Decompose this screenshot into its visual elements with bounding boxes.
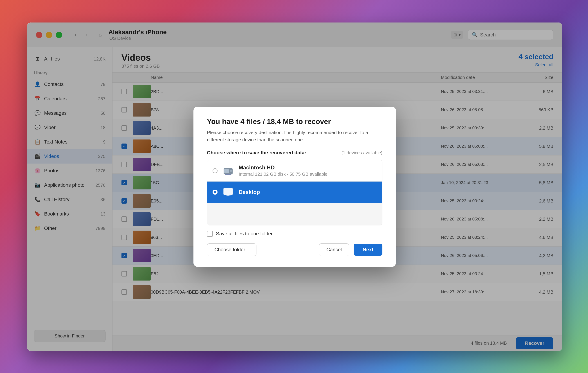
hdd-icon [222,165,234,177]
destination-macintosh-hd[interactable]: Macintosh HD Internal 121,02 GB disk · 5… [207,160,382,181]
section-label: Choose where to save the recovered data: [207,150,306,156]
save-one-folder-checkbox[interactable] [207,231,213,237]
macintosh-hd-info: Macintosh HD Internal 121,02 GB disk · 5… [239,164,377,177]
macintosh-hd-name: Macintosh HD [239,164,377,171]
modal-section-title: Choose where to save the recovered data:… [207,150,382,156]
svg-rect-9 [226,195,231,196]
desktop-icon [222,186,234,198]
save-one-folder-label: Save all files to one folder [216,231,273,237]
svg-rect-4 [225,174,231,175]
macintosh-hd-detail: Internal 121,02 GB disk · 50,75 GB avail… [239,172,377,177]
destination-desktop[interactable]: Desktop [207,181,382,203]
radio-desktop[interactable] [213,190,218,195]
destination-placeholder [207,203,382,225]
cancel-button[interactable]: Cancel [319,244,349,256]
modal-buttons: Choose folder... Cancel Next [207,244,382,256]
save-one-folder: Save all files to one folder [207,231,382,237]
mac-window: ‹ › ⌂ Aleksandr's iPhone iOS Device ⊞ ▾ … [27,22,562,351]
destination-list: Macintosh HD Internal 121,02 GB disk · 5… [207,160,382,225]
devices-count: (1 devices available) [341,150,382,155]
choose-folder-button[interactable]: Choose folder... [207,244,256,256]
svg-point-3 [231,171,231,172]
recovery-modal: You have 4 files / 18,4 MB to recover Pl… [193,107,396,267]
desktop-info: Desktop [239,189,377,195]
next-button[interactable]: Next [354,244,382,256]
radio-macintosh-hd[interactable] [213,168,218,173]
modal-description: Please choose recovery destination. It i… [207,129,382,143]
svg-rect-1 [224,169,229,173]
svg-rect-7 [224,189,232,194]
modal-title: You have 4 files / 18,4 MB to recover [207,117,382,126]
modal-overlay: You have 4 files / 18,4 MB to recover Pl… [27,22,562,351]
svg-rect-8 [227,195,229,195]
desktop-name: Desktop [239,189,377,195]
